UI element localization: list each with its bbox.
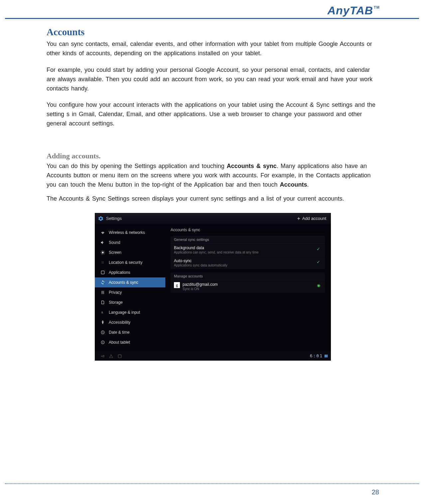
manage-accounts-header: Manage accounts xyxy=(171,272,325,280)
breadcrumb: Accounts & sync xyxy=(171,228,325,234)
check-icon: ✓ xyxy=(317,258,322,264)
svg-rect-7 xyxy=(102,291,103,294)
hand-icon xyxy=(100,320,105,325)
add-account-button[interactable]: + Add account xyxy=(297,216,331,221)
sidebar-item-accessibility[interactable]: Accessibility xyxy=(95,317,165,327)
svg-rect-5 xyxy=(101,271,104,274)
paragraph-adding-3: The Accounts & Sync Settings screen disp… xyxy=(47,194,379,204)
google-icon: g xyxy=(174,282,180,288)
settings-main-panel: Accounts & sync General sync settings Ba… xyxy=(165,224,331,351)
option-background-data[interactable]: Background dataApplications can sync, se… xyxy=(171,244,325,256)
apps-icon xyxy=(100,270,105,275)
svg-rect-13 xyxy=(102,341,103,342)
page-number: 28 xyxy=(372,488,379,496)
svg-rect-6 xyxy=(102,291,102,294)
svg-rect-4 xyxy=(103,263,103,263)
svg-text:A: A xyxy=(101,311,103,314)
screenshot-topbar: Settings + Add account xyxy=(95,213,331,224)
paragraph-example: For example, you could start by adding y… xyxy=(47,66,379,93)
general-sync-block: General sync settings Background dataApp… xyxy=(171,236,325,269)
android-navbar: ◅ △ ▢ 6:01 ▮▮ xyxy=(95,351,331,361)
wifi-icon xyxy=(100,230,105,235)
recent-button[interactable]: ▢ xyxy=(115,353,124,358)
svg-point-0 xyxy=(102,252,104,253)
settings-gear-icon xyxy=(98,216,103,221)
sidebar-item-sound[interactable]: Sound xyxy=(95,238,165,248)
info-icon xyxy=(100,340,105,345)
paragraph-intro: You can sync contacts, email, calendar e… xyxy=(47,40,379,58)
general-sync-header: General sync settings xyxy=(171,236,325,244)
svg-rect-2 xyxy=(103,261,103,262)
paragraph-adding-1: You can do this by opening the Settings … xyxy=(47,162,379,180)
heading-accounts: Accounts xyxy=(47,27,379,38)
sidebar-item-datetime[interactable]: Date & time xyxy=(95,327,165,337)
screenshot-title: Settings xyxy=(106,216,122,221)
sidebar-item-applications[interactable]: Applications xyxy=(95,267,165,277)
document-body: Accounts You can sync contacts, email, c… xyxy=(47,27,379,361)
clock-icon xyxy=(100,330,105,335)
settings-sidebar: Wireless & networks Sound Screen Locatio… xyxy=(95,224,165,351)
sidebar-item-storage[interactable]: Storage xyxy=(95,297,165,307)
svg-rect-8 xyxy=(103,291,104,294)
header-rule xyxy=(5,18,419,19)
location-icon xyxy=(100,260,105,265)
privacy-icon xyxy=(100,290,105,295)
sync-icon xyxy=(100,280,105,285)
signal-icon: ▮▮ xyxy=(324,354,328,358)
account-row[interactable]: g pazditu@gmail.comSync is ON ◉ xyxy=(171,280,325,293)
sidebar-item-privacy[interactable]: Privacy xyxy=(95,287,165,297)
heading-adding-accounts: Adding accounts. xyxy=(47,152,379,160)
footer-rule xyxy=(5,483,419,484)
plus-icon: + xyxy=(297,216,300,221)
brightness-icon xyxy=(100,250,105,255)
sync-indicator-icon: ◉ xyxy=(317,282,322,288)
brand-logo: AnyTABTM xyxy=(328,4,379,17)
paragraph-adding-2: you can touch the Menu button in the top… xyxy=(47,180,379,190)
sidebar-item-language[interactable]: ALanguage & input xyxy=(95,307,165,317)
svg-rect-1 xyxy=(102,261,102,262)
settings-screenshot: Settings + Add account Wireless & networ… xyxy=(95,213,331,361)
back-button[interactable]: ◅ xyxy=(98,353,107,358)
svg-rect-3 xyxy=(102,263,102,263)
sidebar-item-wireless[interactable]: Wireless & networks xyxy=(95,228,165,238)
sidebar-item-accounts-sync[interactable]: Accounts & sync xyxy=(95,277,165,287)
language-icon: A xyxy=(100,310,105,315)
manage-accounts-block: Manage accounts g pazditu@gmail.comSync … xyxy=(171,272,325,293)
sidebar-item-about[interactable]: About tablet xyxy=(95,337,165,347)
storage-icon xyxy=(100,300,105,305)
speaker-icon xyxy=(100,240,105,245)
sidebar-item-screen[interactable]: Screen xyxy=(95,248,165,257)
svg-rect-12 xyxy=(102,342,103,343)
check-icon: ✓ xyxy=(317,246,322,252)
paragraph-configure: You configure how your account interacts… xyxy=(47,100,379,128)
home-button[interactable]: △ xyxy=(107,353,115,358)
sidebar-item-location[interactable]: Location & security xyxy=(95,257,165,267)
status-clock: 6:01 xyxy=(310,353,323,358)
option-auto-sync[interactable]: Auto-syncApplications sync data automati… xyxy=(171,256,325,269)
